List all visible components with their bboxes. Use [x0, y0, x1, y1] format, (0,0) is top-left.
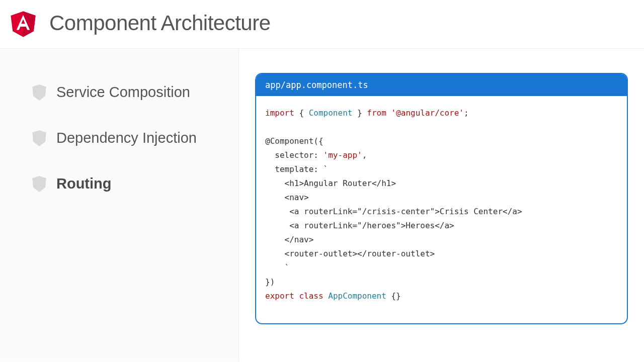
code-token: ;: [464, 108, 469, 118]
shield-icon: [32, 176, 46, 192]
code-token: <a routerLink="/heroes">Heroes</a>: [265, 221, 454, 230]
code-token: <nav>: [265, 193, 309, 202]
code-token: <a routerLink="/crisis-center">Crisis Ce…: [265, 207, 522, 216]
page-body: Service Composition Dependency Injection…: [0, 49, 644, 361]
code-token: }): [265, 277, 275, 287]
shield-icon: [32, 130, 46, 146]
code-token: template:: [265, 164, 324, 174]
code-token: }: [352, 108, 367, 118]
sidebar-item-label: Routing: [56, 175, 112, 192]
angular-logo-icon: [9, 9, 37, 37]
code-token: import: [265, 108, 294, 118]
code-token: export: [265, 291, 294, 301]
code-token: AppComponent: [328, 291, 386, 301]
code-token: ({: [313, 136, 323, 146]
shield-icon: [32, 84, 46, 101]
code-token: from: [367, 108, 386, 118]
code-card-body: import { Component } from '@angular/core…: [256, 96, 627, 323]
page-header: Component Architecture: [0, 0, 644, 49]
page-title: Component Architecture: [49, 11, 271, 35]
code-token: @Component: [265, 136, 313, 146]
code-token: </nav>: [265, 235, 313, 244]
sidebar: Service Composition Dependency Injection…: [0, 49, 239, 361]
sidebar-item-service-composition[interactable]: Service Composition: [32, 84, 238, 101]
code-token: `: [265, 263, 289, 273]
code-card-filename: app/app.component.ts: [256, 74, 627, 96]
code-token: 'my-app': [324, 150, 362, 160]
code-token: class: [299, 291, 323, 301]
code-token: ,: [362, 150, 367, 160]
code-token: Component: [309, 108, 353, 118]
sidebar-item-dependency-injection[interactable]: Dependency Injection: [32, 130, 238, 146]
main-content: app/app.component.ts import { Component …: [239, 49, 644, 361]
sidebar-item-label: Service Composition: [56, 84, 190, 101]
code-token: `: [324, 164, 329, 174]
sidebar-item-routing[interactable]: Routing: [32, 175, 238, 192]
code-token: <router-outlet></router-outlet>: [265, 249, 435, 258]
code-card: app/app.component.ts import { Component …: [255, 73, 628, 324]
sidebar-item-label: Dependency Injection: [56, 130, 197, 146]
code-token: selector:: [265, 150, 324, 160]
code-token: '@angular/core': [391, 108, 464, 118]
code-token: {}: [386, 291, 401, 301]
code-token: <h1>Angular Router</h1>: [265, 178, 396, 188]
code-token: {: [294, 108, 309, 118]
